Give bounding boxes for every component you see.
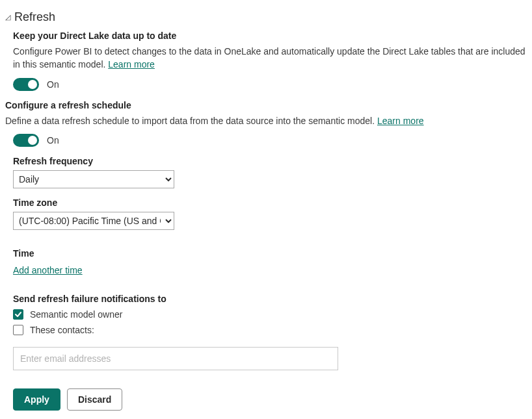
add-another-time-link[interactable]: Add another time [13,265,83,275]
refresh-section-header[interactable]: ◿ Refresh [5,10,527,24]
section-title: Refresh [14,10,55,24]
frequency-select[interactable]: Daily [13,170,174,188]
frequency-label: Refresh frequency [13,156,527,166]
schedule-toggle-state: On [47,135,59,146]
direct-lake-heading: Keep your Direct Lake data up to date [13,31,527,41]
notify-contacts-checkbox[interactable] [13,325,23,335]
schedule-learn-more-link[interactable]: Learn more [377,116,424,126]
direct-lake-toggle[interactable] [13,78,39,91]
notify-email-input[interactable] [13,347,338,370]
discard-button[interactable]: Discard [67,388,122,411]
schedule-description: Define a data refresh schedule to import… [5,114,527,127]
timezone-label: Time zone [13,197,527,208]
collapse-caret-icon: ◿ [5,13,13,21]
notify-contacts-label: These contacts: [30,325,94,335]
direct-lake-learn-more-link[interactable]: Learn more [108,59,155,70]
checkmark-icon [14,311,22,318]
apply-button[interactable]: Apply [13,388,60,411]
timezone-select[interactable]: (UTC-08:00) Pacific Time (US and Canada) [13,212,174,230]
notify-heading: Send refresh failure notifications to [13,294,527,304]
schedule-heading: Configure a refresh schedule [5,100,527,110]
time-label: Time [13,248,527,259]
notify-owner-checkbox[interactable] [13,309,23,320]
direct-lake-toggle-state: On [47,79,59,90]
toggle-knob-icon [28,80,37,89]
schedule-toggle[interactable] [13,134,39,147]
notify-owner-label: Semantic model owner [30,309,122,320]
direct-lake-description: Configure Power BI to detect changes to … [13,45,527,71]
toggle-knob-icon [28,136,37,145]
